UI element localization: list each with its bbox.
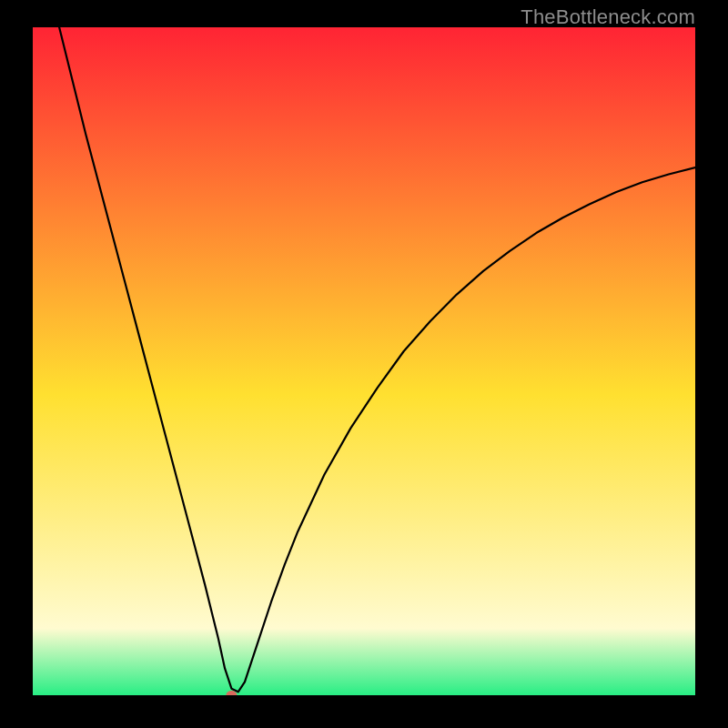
- watermark-text: TheBottleneck.com: [521, 5, 695, 29]
- chart-frame: TheBottleneck.com: [0, 0, 728, 728]
- gradient-background: [33, 27, 695, 695]
- bottleneck-chart: [33, 27, 695, 695]
- plot-area: [33, 27, 695, 695]
